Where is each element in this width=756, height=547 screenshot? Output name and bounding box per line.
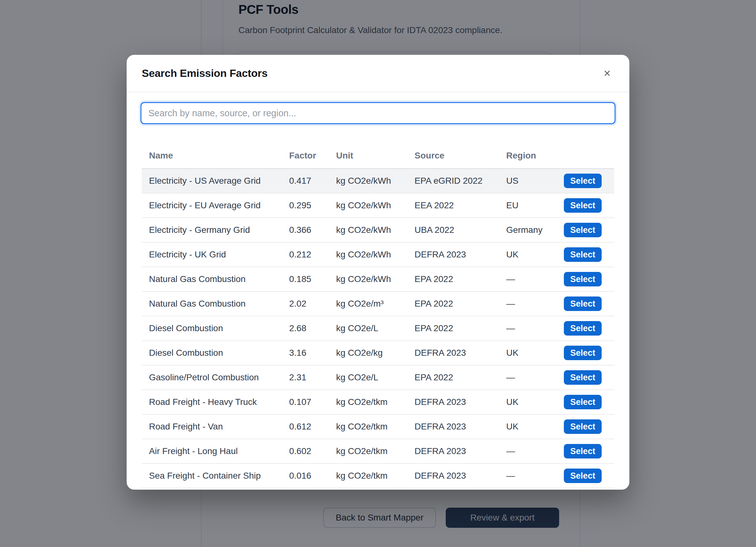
- cell-name: Road Freight - Van: [149, 422, 289, 432]
- cell-name: Electricity - UK Grid: [149, 250, 289, 260]
- cell-actions: Select: [564, 346, 614, 360]
- cell-factor: 0.295: [289, 200, 336, 210]
- cell-region: UK: [506, 250, 564, 260]
- cell-region: —: [506, 274, 564, 284]
- cell-unit: kg CO2e/kWh: [336, 225, 415, 235]
- select-button[interactable]: Select: [564, 297, 602, 311]
- select-button[interactable]: Select: [564, 198, 602, 213]
- cell-unit: kg CO2e/kWh: [336, 200, 415, 210]
- cell-unit: kg CO2e/tkm: [336, 422, 415, 432]
- cell-actions: Select: [564, 419, 614, 434]
- cell-source: EPA eGRID 2022: [415, 176, 506, 186]
- cell-actions: Select: [564, 370, 614, 385]
- cell-name: Sea Freight - Container Ship: [149, 471, 289, 481]
- cell-region: EU: [506, 200, 564, 210]
- table-row: Road Freight - Heavy Truck 0.107 kg CO2e…: [142, 390, 614, 415]
- cell-region: UK: [506, 397, 564, 407]
- cell-factor: 2.68: [289, 323, 336, 333]
- cell-unit: kg CO2e/kWh: [336, 274, 415, 284]
- cell-actions: Select: [564, 321, 614, 336]
- cell-region: —: [506, 299, 564, 309]
- cell-name: Gasoline/Petrol Combustion: [149, 372, 289, 383]
- cell-actions: Select: [564, 444, 614, 458]
- cell-factor: 0.417: [289, 176, 336, 186]
- column-header-unit: Unit: [336, 151, 415, 161]
- cell-source: EPA 2022: [415, 323, 506, 333]
- select-button[interactable]: Select: [564, 321, 602, 336]
- select-button[interactable]: Select: [564, 247, 602, 262]
- cell-source: DEFRA 2023: [415, 250, 506, 260]
- cell-unit: kg CO2e/m³: [336, 299, 415, 309]
- close-icon: [603, 69, 611, 78]
- cell-unit: kg CO2e/L: [336, 323, 415, 333]
- close-button[interactable]: [599, 65, 616, 82]
- cell-source: DEFRA 2023: [415, 348, 506, 358]
- table-row: Electricity - Germany Grid 0.366 kg CO2e…: [142, 218, 614, 243]
- cell-region: Germany: [506, 225, 564, 235]
- table-row: Diesel Combustion 2.68 kg CO2e/L EPA 202…: [142, 316, 614, 341]
- select-button[interactable]: Select: [564, 395, 602, 409]
- dialog-header: Search Emission Factors: [127, 55, 629, 92]
- table-body: Electricity - US Average Grid 0.417 kg C…: [142, 169, 614, 488]
- table-row: Natural Gas Combustion 2.02 kg CO2e/m³ E…: [142, 292, 614, 316]
- cell-name: Road Freight - Heavy Truck: [149, 397, 289, 407]
- emission-factors-table: Name Factor Unit Source Region Electrici…: [142, 124, 614, 488]
- cell-factor: 0.366: [289, 225, 336, 235]
- column-header-name: Name: [149, 151, 289, 161]
- cell-unit: kg CO2e/tkm: [336, 471, 415, 481]
- select-button[interactable]: Select: [564, 419, 602, 434]
- cell-name: Natural Gas Combustion: [149, 274, 289, 284]
- cell-region: —: [506, 372, 564, 383]
- cell-factor: 0.602: [289, 446, 336, 456]
- cell-factor: 0.016: [289, 471, 336, 481]
- cell-factor: 3.16: [289, 348, 336, 358]
- select-button[interactable]: Select: [564, 346, 602, 360]
- cell-region: UK: [506, 422, 564, 432]
- cell-actions: Select: [564, 469, 614, 483]
- cell-factor: 0.612: [289, 422, 336, 432]
- cell-region: UK: [506, 348, 564, 358]
- cell-region: US: [506, 176, 564, 186]
- cell-name: Diesel Combustion: [149, 323, 289, 333]
- cell-unit: kg CO2e/tkm: [336, 397, 415, 407]
- cell-unit: kg CO2e/L: [336, 372, 415, 383]
- table-row: Road Freight - Van 0.612 kg CO2e/tkm DEF…: [142, 415, 614, 439]
- table-row: Diesel Combustion 3.16 kg CO2e/kg DEFRA …: [142, 341, 614, 366]
- column-header-region: Region: [506, 151, 564, 161]
- cell-unit: kg CO2e/tkm: [336, 446, 415, 456]
- cell-source: DEFRA 2023: [415, 422, 506, 432]
- select-button[interactable]: Select: [564, 174, 602, 188]
- cell-actions: Select: [564, 395, 614, 409]
- cell-actions: Select: [564, 174, 614, 188]
- table-row: Natural Gas Combustion 0.185 kg CO2e/kWh…: [142, 267, 614, 292]
- table-row: Air Freight - Long Haul 0.602 kg CO2e/tk…: [142, 439, 614, 464]
- cell-region: —: [506, 471, 564, 481]
- cell-name: Electricity - US Average Grid: [149, 176, 289, 186]
- cell-actions: Select: [564, 297, 614, 311]
- cell-source: EPA 2022: [415, 299, 506, 309]
- search-input[interactable]: [140, 102, 616, 124]
- select-button[interactable]: Select: [564, 370, 602, 385]
- search-emission-factors-dialog: Search Emission Factors Name Factor Unit…: [127, 55, 629, 490]
- select-button[interactable]: Select: [564, 444, 602, 458]
- cell-actions: Select: [564, 272, 614, 286]
- cell-factor: 0.185: [289, 274, 336, 284]
- table-header-row: Name Factor Unit Source Region: [142, 124, 614, 169]
- cell-source: EPA 2022: [415, 372, 506, 383]
- cell-source: DEFRA 2023: [415, 446, 506, 456]
- cell-actions: Select: [564, 223, 614, 237]
- cell-name: Electricity - EU Average Grid: [149, 200, 289, 210]
- dialog-title: Search Emission Factors: [142, 67, 267, 79]
- cell-actions: Select: [564, 198, 614, 213]
- cell-name: Electricity - Germany Grid: [149, 225, 289, 235]
- cell-factor: 0.107: [289, 397, 336, 407]
- select-button[interactable]: Select: [564, 223, 602, 237]
- cell-source: DEFRA 2023: [415, 471, 506, 481]
- select-button[interactable]: Select: [564, 272, 602, 286]
- cell-unit: kg CO2e/kg: [336, 348, 415, 358]
- select-button[interactable]: Select: [564, 469, 602, 483]
- cell-source: EPA 2022: [415, 274, 506, 284]
- cell-name: Natural Gas Combustion: [149, 299, 289, 309]
- table-row: Sea Freight - Container Ship 0.016 kg CO…: [142, 464, 614, 488]
- cell-factor: 0.212: [289, 250, 336, 260]
